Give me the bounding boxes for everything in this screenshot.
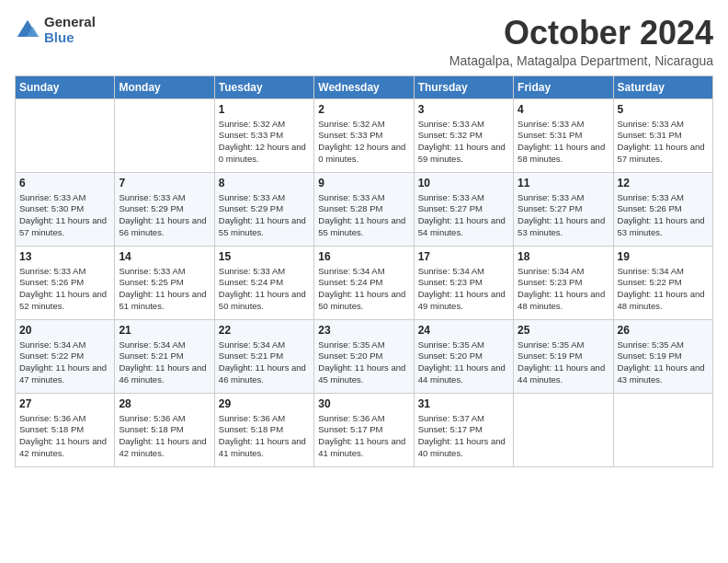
calendar-cell: 21Sunrise: 5:34 AMSunset: 5:21 PMDayligh… bbox=[115, 319, 214, 393]
cell-info: Sunrise: 5:37 AMSunset: 5:17 PMDaylight:… bbox=[418, 413, 509, 460]
cell-content: 7Sunrise: 5:33 AMSunset: 5:29 PMDaylight… bbox=[119, 177, 210, 239]
day-number: 13 bbox=[19, 250, 110, 263]
cell-content: 14Sunrise: 5:33 AMSunset: 5:25 PMDayligh… bbox=[119, 250, 210, 313]
weekday-header-monday: Monday bbox=[115, 75, 214, 98]
calendar-cell: 13Sunrise: 5:33 AMSunset: 5:26 PMDayligh… bbox=[16, 246, 115, 319]
calendar-table: SundayMondayTuesdayWednesdayThursdayFrid… bbox=[15, 75, 713, 467]
calendar-week-5: 27Sunrise: 5:36 AMSunset: 5:18 PMDayligh… bbox=[16, 393, 713, 466]
cell-content: 28Sunrise: 5:36 AMSunset: 5:18 PMDayligh… bbox=[119, 397, 210, 460]
calendar-week-2: 6Sunrise: 5:33 AMSunset: 5:30 PMDaylight… bbox=[16, 172, 713, 246]
cell-info: Sunrise: 5:33 AMSunset: 5:31 PMDaylight:… bbox=[618, 119, 709, 166]
cell-info: Sunrise: 5:34 AMSunset: 5:21 PMDaylight:… bbox=[119, 339, 210, 386]
cell-content: 18Sunrise: 5:34 AMSunset: 5:23 PMDayligh… bbox=[518, 250, 609, 313]
day-number: 3 bbox=[418, 103, 509, 116]
cell-content: 30Sunrise: 5:36 AMSunset: 5:17 PMDayligh… bbox=[318, 397, 409, 460]
cell-content: 20Sunrise: 5:34 AMSunset: 5:22 PMDayligh… bbox=[19, 324, 110, 386]
day-number: 16 bbox=[318, 250, 409, 263]
cell-content: 5Sunrise: 5:33 AMSunset: 5:31 PMDaylight… bbox=[618, 103, 709, 166]
calendar-cell: 17Sunrise: 5:34 AMSunset: 5:23 PMDayligh… bbox=[414, 246, 513, 319]
day-number: 6 bbox=[19, 177, 110, 190]
day-number: 1 bbox=[219, 103, 310, 116]
calendar-cell: 14Sunrise: 5:33 AMSunset: 5:25 PMDayligh… bbox=[115, 246, 214, 319]
cell-info: Sunrise: 5:36 AMSunset: 5:18 PMDaylight:… bbox=[219, 413, 310, 460]
cell-content: 29Sunrise: 5:36 AMSunset: 5:18 PMDayligh… bbox=[219, 397, 310, 460]
cell-info: Sunrise: 5:34 AMSunset: 5:23 PMDaylight:… bbox=[418, 266, 509, 313]
day-number: 5 bbox=[618, 103, 709, 116]
cell-info: Sunrise: 5:32 AMSunset: 5:33 PMDaylight:… bbox=[318, 119, 409, 166]
logo-icon bbox=[15, 17, 40, 43]
cell-content: 17Sunrise: 5:34 AMSunset: 5:23 PMDayligh… bbox=[418, 250, 509, 313]
calendar-cell: 29Sunrise: 5:36 AMSunset: 5:18 PMDayligh… bbox=[214, 393, 313, 466]
calendar-header: SundayMondayTuesdayWednesdayThursdayFrid… bbox=[16, 75, 713, 98]
day-number: 31 bbox=[418, 397, 509, 410]
calendar-cell: 26Sunrise: 5:35 AMSunset: 5:19 PMDayligh… bbox=[613, 319, 712, 393]
calendar-cell: 24Sunrise: 5:35 AMSunset: 5:20 PMDayligh… bbox=[414, 319, 513, 393]
day-number: 19 bbox=[618, 250, 709, 263]
logo-general: General bbox=[44, 15, 96, 30]
cell-content: 11Sunrise: 5:33 AMSunset: 5:27 PMDayligh… bbox=[518, 177, 609, 239]
calendar-cell: 19Sunrise: 5:34 AMSunset: 5:22 PMDayligh… bbox=[613, 246, 712, 319]
cell-content: 15Sunrise: 5:33 AMSunset: 5:24 PMDayligh… bbox=[219, 250, 310, 313]
weekday-header-saturday: Saturday bbox=[613, 75, 712, 98]
calendar-cell: 4Sunrise: 5:33 AMSunset: 5:31 PMDaylight… bbox=[514, 98, 613, 172]
logo-blue: Blue bbox=[44, 30, 96, 46]
cell-info: Sunrise: 5:35 AMSunset: 5:19 PMDaylight:… bbox=[618, 339, 709, 386]
calendar-cell: 5Sunrise: 5:33 AMSunset: 5:31 PMDaylight… bbox=[613, 98, 712, 172]
cell-content: 23Sunrise: 5:35 AMSunset: 5:20 PMDayligh… bbox=[318, 324, 409, 386]
weekday-header-tuesday: Tuesday bbox=[214, 75, 313, 98]
calendar-body: 1Sunrise: 5:32 AMSunset: 5:33 PMDaylight… bbox=[16, 98, 713, 466]
cell-info: Sunrise: 5:33 AMSunset: 5:28 PMDaylight:… bbox=[318, 192, 409, 239]
calendar-cell: 15Sunrise: 5:33 AMSunset: 5:24 PMDayligh… bbox=[214, 246, 313, 319]
cell-content: 4Sunrise: 5:33 AMSunset: 5:31 PMDaylight… bbox=[518, 103, 609, 166]
cell-info: Sunrise: 5:34 AMSunset: 5:24 PMDaylight:… bbox=[318, 266, 409, 313]
calendar-cell: 18Sunrise: 5:34 AMSunset: 5:23 PMDayligh… bbox=[514, 246, 613, 319]
day-number: 14 bbox=[119, 250, 210, 263]
cell-content: 24Sunrise: 5:35 AMSunset: 5:20 PMDayligh… bbox=[418, 324, 509, 386]
cell-content: 19Sunrise: 5:34 AMSunset: 5:22 PMDayligh… bbox=[618, 250, 709, 313]
cell-info: Sunrise: 5:36 AMSunset: 5:17 PMDaylight:… bbox=[318, 413, 409, 460]
day-number: 4 bbox=[518, 103, 609, 116]
day-number: 20 bbox=[19, 324, 110, 337]
cell-info: Sunrise: 5:33 AMSunset: 5:27 PMDaylight:… bbox=[518, 192, 609, 239]
calendar-cell: 31Sunrise: 5:37 AMSunset: 5:17 PMDayligh… bbox=[414, 393, 513, 466]
cell-info: Sunrise: 5:35 AMSunset: 5:19 PMDaylight:… bbox=[518, 339, 609, 386]
cell-content: 21Sunrise: 5:34 AMSunset: 5:21 PMDayligh… bbox=[119, 324, 210, 386]
cell-content: 26Sunrise: 5:35 AMSunset: 5:19 PMDayligh… bbox=[618, 324, 709, 386]
day-number: 7 bbox=[119, 177, 210, 190]
calendar-cell: 28Sunrise: 5:36 AMSunset: 5:18 PMDayligh… bbox=[115, 393, 214, 466]
day-number: 30 bbox=[318, 397, 409, 410]
cell-info: Sunrise: 5:33 AMSunset: 5:26 PMDaylight:… bbox=[618, 192, 709, 239]
weekday-header-wednesday: Wednesday bbox=[314, 75, 414, 98]
location: Matagalpa, Matagalpa Department, Nicarag… bbox=[449, 53, 713, 68]
cell-content: 8Sunrise: 5:33 AMSunset: 5:29 PMDaylight… bbox=[219, 177, 310, 239]
day-number: 9 bbox=[318, 177, 409, 190]
cell-info: Sunrise: 5:33 AMSunset: 5:27 PMDaylight:… bbox=[418, 192, 509, 239]
calendar-cell: 10Sunrise: 5:33 AMSunset: 5:27 PMDayligh… bbox=[414, 172, 513, 246]
calendar-week-4: 20Sunrise: 5:34 AMSunset: 5:22 PMDayligh… bbox=[16, 319, 713, 393]
cell-info: Sunrise: 5:34 AMSunset: 5:23 PMDaylight:… bbox=[518, 266, 609, 313]
calendar-week-1: 1Sunrise: 5:32 AMSunset: 5:33 PMDaylight… bbox=[16, 98, 713, 172]
cell-content: 27Sunrise: 5:36 AMSunset: 5:18 PMDayligh… bbox=[19, 397, 110, 460]
cell-info: Sunrise: 5:33 AMSunset: 5:26 PMDaylight:… bbox=[19, 266, 110, 313]
logo: General Blue bbox=[15, 15, 96, 45]
calendar-cell: 1Sunrise: 5:32 AMSunset: 5:33 PMDaylight… bbox=[214, 98, 313, 172]
cell-info: Sunrise: 5:33 AMSunset: 5:30 PMDaylight:… bbox=[19, 192, 110, 239]
calendar-cell: 2Sunrise: 5:32 AMSunset: 5:33 PMDaylight… bbox=[314, 98, 414, 172]
calendar-cell: 25Sunrise: 5:35 AMSunset: 5:19 PMDayligh… bbox=[514, 319, 613, 393]
calendar-week-3: 13Sunrise: 5:33 AMSunset: 5:26 PMDayligh… bbox=[16, 246, 713, 319]
calendar-cell: 30Sunrise: 5:36 AMSunset: 5:17 PMDayligh… bbox=[314, 393, 414, 466]
cell-content: 3Sunrise: 5:33 AMSunset: 5:32 PMDaylight… bbox=[418, 103, 509, 166]
logo-text: General Blue bbox=[44, 15, 96, 45]
cell-info: Sunrise: 5:33 AMSunset: 5:25 PMDaylight:… bbox=[119, 266, 210, 313]
calendar-cell: 6Sunrise: 5:33 AMSunset: 5:30 PMDaylight… bbox=[16, 172, 115, 246]
cell-info: Sunrise: 5:36 AMSunset: 5:18 PMDaylight:… bbox=[119, 413, 210, 460]
day-number: 25 bbox=[518, 324, 609, 337]
cell-info: Sunrise: 5:33 AMSunset: 5:29 PMDaylight:… bbox=[219, 192, 310, 239]
calendar-cell bbox=[514, 393, 613, 466]
cell-info: Sunrise: 5:35 AMSunset: 5:20 PMDaylight:… bbox=[418, 339, 509, 386]
cell-content: 10Sunrise: 5:33 AMSunset: 5:27 PMDayligh… bbox=[418, 177, 509, 239]
day-number: 2 bbox=[318, 103, 409, 116]
cell-info: Sunrise: 5:36 AMSunset: 5:18 PMDaylight:… bbox=[19, 413, 110, 460]
weekday-row: SundayMondayTuesdayWednesdayThursdayFrid… bbox=[16, 75, 713, 98]
calendar-cell bbox=[16, 98, 115, 172]
